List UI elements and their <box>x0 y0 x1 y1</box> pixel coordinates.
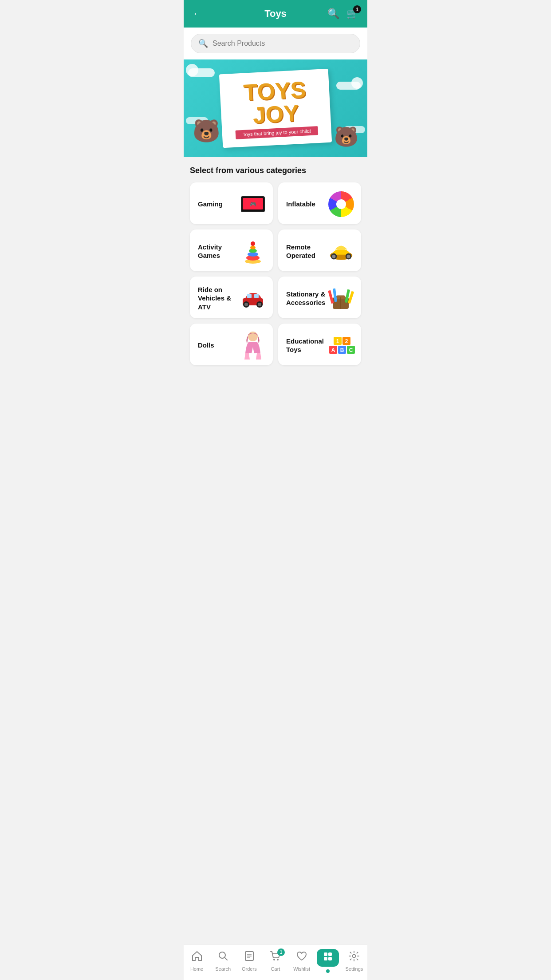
category-ride-on-vehicles[interactable]: Ride on Vehicles & ATV <box>190 277 273 318</box>
wishlist-icon <box>296 950 307 964</box>
svg-rect-49 <box>324 952 327 956</box>
category-stationary[interactable]: Stationary & Accessories <box>278 277 361 318</box>
category-remote-operated[interactable]: Remote Operated <box>278 229 361 271</box>
svg-rect-50 <box>328 952 332 956</box>
nav-settings[interactable]: Settings <box>343 950 365 972</box>
nav-search[interactable]: Search <box>212 950 234 972</box>
activity-games-icon <box>239 237 267 265</box>
category-educational-toys[interactable]: Educational Toys A B C 1 2 <box>278 324 361 365</box>
svg-rect-17 <box>247 294 252 298</box>
nav-cart-label: Cart <box>271 966 280 972</box>
orders-icon <box>244 950 255 964</box>
svg-rect-52 <box>328 957 332 960</box>
banner-tagline: Toys that bring joy to your child! <box>235 126 318 139</box>
svg-point-48 <box>277 959 279 960</box>
nav-home[interactable]: Home <box>186 950 208 972</box>
cart-badge: 1 <box>353 5 361 13</box>
active-nav-dot <box>326 969 330 973</box>
category-dolls-label: Dolls <box>198 341 239 350</box>
app-header: ← Toys 🔍 🛒 1 <box>184 0 367 28</box>
educational-toys-icon: A B C 1 2 <box>327 332 355 359</box>
banner-card: TOYS JOY Toys that bring joy to your chi… <box>219 69 332 148</box>
categories-grid: Gaming 🎮 Inflatable Activity Games <box>190 182 361 365</box>
svg-text:🎮: 🎮 <box>250 201 256 207</box>
svg-text:B: B <box>340 347 344 353</box>
nav-wishlist[interactable]: Wishlist <box>291 950 313 972</box>
svg-point-22 <box>258 303 261 306</box>
nav-wishlist-label: Wishlist <box>293 966 310 972</box>
nav-settings-label: Settings <box>346 966 363 972</box>
category-educational-toys-label: Educational Toys <box>286 337 327 354</box>
svg-text:2: 2 <box>345 338 348 344</box>
active-nav-bg <box>317 949 339 967</box>
inflatable-icon <box>327 190 355 218</box>
category-inflatable[interactable]: Inflatable <box>278 182 361 224</box>
svg-rect-18 <box>254 294 259 298</box>
categories-section: Select from various categories Gaming 🎮 … <box>184 157 367 374</box>
ride-on-vehicles-icon <box>239 285 267 312</box>
nav-home-label: Home <box>190 966 203 972</box>
categories-heading: Select from various categories <box>190 166 361 175</box>
nav-orders-label: Orders <box>242 966 257 972</box>
search-bar[interactable]: 🔍 <box>191 34 360 53</box>
home-icon <box>191 950 203 964</box>
color-wheel-center <box>336 199 346 209</box>
svg-point-13 <box>332 255 336 258</box>
svg-point-47 <box>273 959 275 960</box>
nav-cart-badge: 1 <box>277 948 285 956</box>
color-wheel <box>328 191 354 217</box>
svg-rect-26 <box>328 290 334 304</box>
dolls-icon <box>239 332 267 359</box>
svg-point-53 <box>353 955 356 958</box>
bottom-navigation: Home Search Orders <box>184 944 367 980</box>
svg-point-15 <box>347 255 350 258</box>
category-remote-operated-label: Remote Operated <box>286 243 327 260</box>
nav-search-icon <box>217 950 229 964</box>
svg-point-10 <box>251 241 255 246</box>
search-icon[interactable]: 🔍 <box>327 8 339 20</box>
svg-text:1: 1 <box>336 338 339 344</box>
promo-banner: 🐻 🐻 TOYS JOY Toys that bring joy to your… <box>184 59 367 157</box>
banner-title-line1: TOYS <box>233 77 317 105</box>
banner-content: TOYS JOY Toys that bring joy to your chi… <box>184 59 367 157</box>
categories-grid-icon <box>323 952 333 964</box>
svg-text:A: A <box>331 347 335 353</box>
nav-cart[interactable]: 1 Cart <box>264 950 287 972</box>
category-gaming-label: Gaming <box>198 200 239 209</box>
gaming-icon: 🎮 <box>239 190 267 218</box>
svg-text:C: C <box>349 347 353 353</box>
svg-rect-51 <box>324 957 327 960</box>
nav-cart-wrapper: 1 <box>270 950 281 964</box>
nav-categories-active[interactable] <box>317 949 339 973</box>
settings-icon <box>348 950 360 964</box>
page-title: Toys <box>264 8 287 20</box>
svg-point-9 <box>250 246 256 249</box>
remote-operated-icon <box>327 237 355 265</box>
stationary-icon <box>327 285 355 312</box>
search-input[interactable] <box>213 40 353 47</box>
svg-point-20 <box>244 303 248 306</box>
category-inflatable-label: Inflatable <box>286 200 327 209</box>
category-dolls[interactable]: Dolls <box>190 324 273 365</box>
nav-orders[interactable]: Orders <box>238 950 260 972</box>
category-stationary-label: Stationary & Accessories <box>286 290 327 307</box>
category-ride-on-vehicles-label: Ride on Vehicles & ATV <box>198 285 239 312</box>
category-activity-games[interactable]: Activity Games <box>190 229 273 271</box>
cart-button[interactable]: 🛒 1 <box>346 8 358 20</box>
search-magnifier-icon: 🔍 <box>198 39 208 48</box>
search-bar-container: 🔍 <box>184 28 367 59</box>
nav-search-label: Search <box>215 966 231 972</box>
category-activity-games-label: Activity Games <box>198 243 239 260</box>
category-gaming[interactable]: Gaming 🎮 <box>190 182 273 224</box>
back-button[interactable]: ← <box>193 8 202 20</box>
svg-line-42 <box>224 958 227 960</box>
